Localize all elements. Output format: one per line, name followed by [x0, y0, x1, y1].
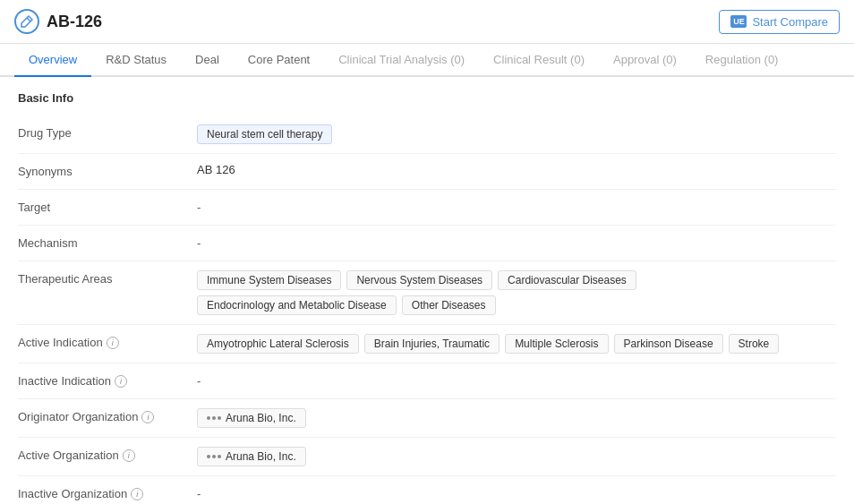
value-therapeutic-areas: Immune System Diseases Nervous System Di…	[197, 270, 836, 315]
label-mechanism: Mechanism	[18, 235, 197, 250]
label-therapeutic-areas: Therapeutic Areas	[18, 270, 197, 286]
row-synonyms: Synonyms AB 126	[18, 154, 836, 190]
tag-parkinson: Parkinson Disease	[614, 334, 723, 354]
row-inactive-indication: Inactive Indication i -	[18, 363, 836, 399]
info-icon-inactive-indication: i	[115, 375, 127, 388]
tag-originator-org: Aruna Bio, Inc.	[197, 408, 306, 428]
label-inactive-indication: Inactive Indication i	[18, 372, 197, 388]
info-icon-originator: i	[141, 411, 154, 423]
row-target: Target -	[18, 190, 836, 226]
tag-brain-injuries: Brain Injuries, Traumatic	[364, 334, 500, 354]
row-originator-org: Originator Organization i Aruna Bio, Inc…	[18, 399, 836, 438]
value-drug-type: Neural stem cell therapy	[197, 124, 836, 144]
tab-clinical-result[interactable]: Clinical Result (0)	[479, 44, 599, 77]
value-target: -	[197, 199, 836, 214]
info-icon-active-org: i	[123, 449, 135, 462]
row-active-indication: Active Indication i Amyotrophic Lateral …	[18, 325, 836, 363]
compare-btn-label: Start Compare	[752, 15, 828, 29]
value-originator-org: Aruna Bio, Inc.	[197, 408, 836, 428]
label-originator-org: Originator Organization i	[18, 408, 197, 423]
compare-icon: UE	[730, 15, 747, 28]
main-content: Basic Info Drug Type Neural stem cell th…	[0, 77, 854, 504]
row-active-org: Active Organization i Aruna Bio, Inc.	[18, 438, 836, 476]
start-compare-button[interactable]: UE Start Compare	[719, 10, 840, 34]
row-therapeutic-areas: Therapeutic Areas Immune System Diseases…	[18, 261, 836, 325]
tag-ms: Multiple Sclerosis	[505, 334, 608, 354]
label-target: Target	[18, 199, 197, 214]
tab-deal[interactable]: Deal	[181, 44, 234, 77]
tag-endocrinology: Endocrinology and Metabolic Disease	[197, 295, 397, 315]
drug-icon	[14, 9, 39, 34]
tag-nervous: Nervous System Diseases	[346, 270, 492, 290]
value-synonyms: AB 126	[197, 163, 836, 176]
value-active-org: Aruna Bio, Inc.	[197, 447, 836, 466]
tab-bar: Overview R&D Status Deal Core Patent Cli…	[0, 44, 854, 77]
label-active-indication: Active Indication i	[18, 334, 197, 349]
tag-other-diseases: Other Diseases	[402, 295, 496, 315]
value-mechanism: -	[197, 235, 836, 250]
drug-title: AB-126	[47, 13, 102, 31]
tab-approval[interactable]: Approval (0)	[599, 44, 691, 77]
tag-cardiovascular: Cardiovascular Diseases	[498, 270, 636, 290]
tag-active-org: Aruna Bio, Inc.	[197, 447, 306, 466]
value-inactive-org: -	[197, 485, 836, 500]
app-header: AB-126 UE Start Compare	[0, 0, 854, 44]
tab-clinical-trial[interactable]: Clinical Trial Analysis (0)	[324, 44, 479, 77]
label-drug-type: Drug Type	[18, 124, 197, 140]
info-icon-active-indication: i	[107, 337, 119, 349]
tab-regulation[interactable]: Regulation (0)	[691, 44, 793, 77]
label-active-org: Active Organization i	[18, 447, 197, 462]
value-active-indication: Amyotrophic Lateral Sclerosis Brain Inju…	[197, 334, 836, 354]
tag-als: Amyotrophic Lateral Sclerosis	[197, 334, 359, 354]
tab-rd-status[interactable]: R&D Status	[91, 44, 181, 77]
label-inactive-org: Inactive Organization i	[18, 485, 197, 500]
tab-core-patent[interactable]: Core Patent	[234, 44, 324, 77]
tag-stroke: Stroke	[729, 334, 780, 354]
value-inactive-indication: -	[197, 372, 836, 388]
drug-name-section: AB-126	[14, 9, 102, 34]
section-title: Basic Info	[18, 91, 836, 105]
org-dot	[207, 416, 221, 420]
row-drug-type: Drug Type Neural stem cell therapy	[18, 115, 836, 154]
row-inactive-org: Inactive Organization i -	[18, 476, 836, 504]
tag-drug-type: Neural stem cell therapy	[197, 124, 332, 144]
label-synonyms: Synonyms	[18, 163, 197, 178]
info-icon-inactive-org: i	[131, 488, 143, 500]
row-mechanism: Mechanism -	[18, 226, 836, 261]
tab-overview[interactable]: Overview	[14, 44, 91, 77]
tag-immune: Immune System Diseases	[197, 270, 341, 290]
org-dot-active	[207, 455, 221, 458]
